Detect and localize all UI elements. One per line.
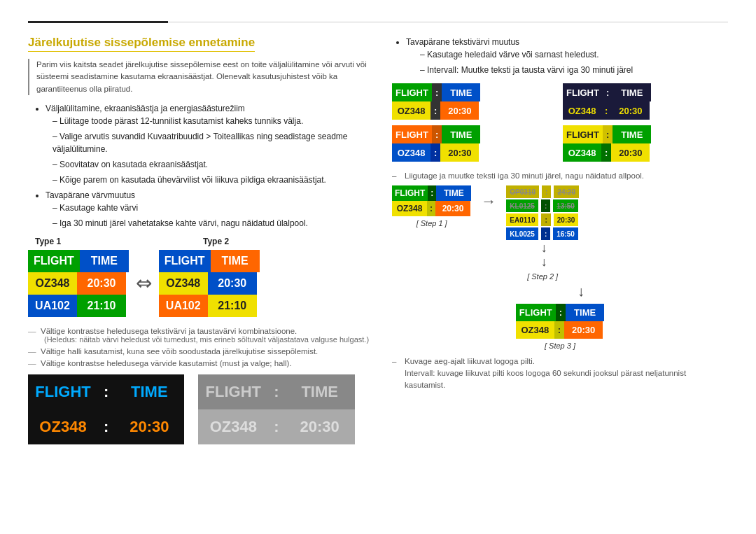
down-arrow-2: ↓ <box>541 255 547 269</box>
color-board-1: FLIGHT : TIME OZ348 : 20:30 <box>392 83 557 120</box>
s1-oz: OZ348 <box>392 201 427 216</box>
step1-label: [ Step 1 ] <box>416 219 447 227</box>
s2-row-3: EA0110 : 20:30 <box>506 213 579 226</box>
step3-board: FLIGHT : TIME OZ348 : 20:30 <box>516 304 604 339</box>
dash-note: Liigutage ja muutke teksti iga 30 minuti… <box>392 171 728 180</box>
t1-flight-cell: FLIGHT <box>28 250 80 272</box>
gb-time-cell: TIME <box>285 374 355 409</box>
s1-time2: 20:30 <box>435 201 470 216</box>
s2-row-2: KL0125 : 13:50 <box>506 199 579 212</box>
cb4-oz: OZ348 <box>563 143 601 162</box>
type-arrow-icon: ⇔ <box>136 272 152 295</box>
bottom-boards-row: FLIGHT : TIME OZ348 : 20:30 FLIGHT : TIM… <box>28 374 371 444</box>
cb3-time: TIME <box>442 125 480 143</box>
right-column: Tavapärane tekstivärvi muutus Kasutage h… <box>392 36 728 444</box>
right-bullet-list: Tavapärane tekstivärvi muutus Kasutage h… <box>392 36 728 76</box>
bottom-note: Kuvage aeg-ajalt liikuvat logoga pilti. … <box>392 356 728 392</box>
bb-time-cell: TIME <box>114 374 184 409</box>
cb3-oz: OZ348 <box>392 143 430 162</box>
type1-board: FLIGHT TIME OZ348 20:30 UA102 21:10 <box>28 250 129 317</box>
s1-flight: FLIGHT <box>392 185 428 201</box>
bb-time2-cell: 20:30 <box>114 409 184 444</box>
step-down-arrow: ↓ <box>578 283 584 300</box>
top-decorative-line <box>28 21 728 23</box>
s3-time: TIME <box>566 304 604 321</box>
color-boards-grid: FLIGHT : TIME OZ348 : 20:30 FLIGHT : TIM… <box>392 83 728 162</box>
gb-oz-cell: OZ348 <box>198 409 268 444</box>
color-board-2: FLIGHT : TIME OZ348 : 20:30 <box>563 83 728 120</box>
gb-flight-cell: FLIGHT <box>198 374 268 409</box>
t2-2110-cell: 21:10 <box>208 295 257 317</box>
color-board-4: FLIGHT : TIME OZ348 : 20:30 <box>563 125 728 162</box>
step2-stack: OP0310 : 24:20 KL0125 : 13:50 EA0110 : <box>506 185 579 241</box>
bullet-1-sub-2: Valige arvutis suvandid Kuvaatribuudid >… <box>52 130 371 155</box>
down-arrow-1: ↓ <box>541 241 547 255</box>
cb2-time2: 20:30 <box>611 101 650 120</box>
cb1-time2: 20:30 <box>440 101 479 120</box>
s2-row-4: KL0025 : 16:50 <box>506 227 579 240</box>
gb-colon2: : <box>268 409 284 444</box>
cb4-time2: 20:30 <box>611 143 650 162</box>
step3-label: [ Step 3 ] <box>545 342 575 350</box>
step-3-area: FLIGHT : TIME OZ348 : 20:30 [ Step 3 ] <box>392 304 728 350</box>
type-2-label: Type 2 <box>161 237 229 246</box>
t1-2110-cell: 21:10 <box>77 295 126 317</box>
bullet-2-sub-2: Iga 30 minuti järel vahetatakse kahte vä… <box>52 217 371 230</box>
step2-label: [ Step 2 ] <box>527 272 558 281</box>
section-title: Järelkujutise sissepõlemise ennetamine <box>28 36 255 52</box>
cb1-oz: OZ348 <box>392 101 430 120</box>
cb4-flight: FLIGHT <box>563 125 603 143</box>
bb-colon: : <box>98 374 114 409</box>
type-labels-row: Type 1 Type 2 <box>28 237 371 246</box>
t1-2030-cell: 20:30 <box>77 272 126 295</box>
warning-2: Vältige halli kasutamist, kuna see võib … <box>28 347 371 356</box>
bullet-1-sub-3: Soovitatav on kasutada ekraanisäästjat. <box>52 158 371 171</box>
cb2-time: TIME <box>612 83 651 101</box>
bb-colon2: : <box>98 409 114 444</box>
main-layout: Järelkujutise sissepõlemise ennetamine P… <box>28 36 728 444</box>
left-column: Järelkujutise sissepõlemise ennetamine P… <box>28 36 371 444</box>
s1-time: TIME <box>436 185 471 201</box>
gb-colon: : <box>268 374 284 409</box>
cb3-flight: FLIGHT <box>392 125 432 143</box>
t2-flight-cell: FLIGHT <box>159 250 211 272</box>
bb-flight-cell: FLIGHT <box>28 374 98 409</box>
t2-time-cell: TIME <box>211 250 260 272</box>
step-2-box: OP0310 : 24:20 KL0125 : 13:50 EA0110 : <box>506 185 579 281</box>
t1-oz348-cell: OZ348 <box>28 272 77 295</box>
s3-oz: OZ348 <box>516 321 554 339</box>
step-arrow-right: → <box>481 192 496 211</box>
s3-time2: 20:30 <box>564 321 603 339</box>
black-board: FLIGHT : TIME OZ348 : 20:30 <box>28 374 184 444</box>
bullet-1-sub-4: Kõige parem on kasutada ühevärvilist või… <box>52 174 371 186</box>
bb-oz-cell: OZ348 <box>28 409 98 444</box>
s3-flight: FLIGHT <box>516 304 556 321</box>
intro-paragraph: Parim viis kaitsta seadet järelkujutise … <box>28 59 371 95</box>
color-board-3: FLIGHT : TIME OZ348 : 20:30 <box>392 125 557 162</box>
cb1-time: TIME <box>442 83 480 101</box>
t2-ua102-cell: UA102 <box>159 295 208 317</box>
gb-time2-cell: 20:30 <box>285 409 355 444</box>
cb3-time2: 20:30 <box>440 143 479 162</box>
t1-time-cell: TIME <box>80 250 129 272</box>
step1-board: FLIGHT : TIME OZ348 : 20:30 <box>392 185 471 216</box>
type2-board: FLIGHT TIME OZ348 20:30 UA102 21:10 <box>159 250 260 317</box>
cb2-oz: OZ348 <box>563 101 601 120</box>
type-boards-row: FLIGHT TIME OZ348 20:30 UA102 21:10 ⇔ FL… <box>28 250 371 317</box>
cb1-flight: FLIGHT <box>392 83 432 101</box>
t2-2030-cell: 20:30 <box>208 272 257 295</box>
right-bullet-1: Tavapärane tekstivärvi muutus Kasutage h… <box>406 36 728 76</box>
bullet-2: Tavapärane värvmuutus Kasutage kahte vär… <box>46 189 371 230</box>
t1-ua102-cell: UA102 <box>28 295 77 317</box>
steps-row: FLIGHT : TIME OZ348 : 20:30 [ Step 1 ] → <box>392 185 728 281</box>
s2-row-1: OP0310 : 24:20 <box>506 185 579 198</box>
type-1-label: Type 1 <box>28 237 161 246</box>
warning-1: Vältige kontrastse heledusega tekstivärv… <box>28 327 371 344</box>
bullet-2-sub-1: Kasutage kahte värvi <box>52 202 371 214</box>
t2-oz348-cell: OZ348 <box>159 272 208 295</box>
gray-board: FLIGHT : TIME OZ348 : 20:30 <box>198 374 354 444</box>
right-sub-2: Intervall: Muutke teksti ja tausta värvi… <box>420 64 728 76</box>
cb2-flight: FLIGHT <box>563 83 603 101</box>
bullet-1: Väljalülitamine, ekraanisäästja ja energ… <box>46 102 371 186</box>
cb4-time: TIME <box>612 125 651 143</box>
